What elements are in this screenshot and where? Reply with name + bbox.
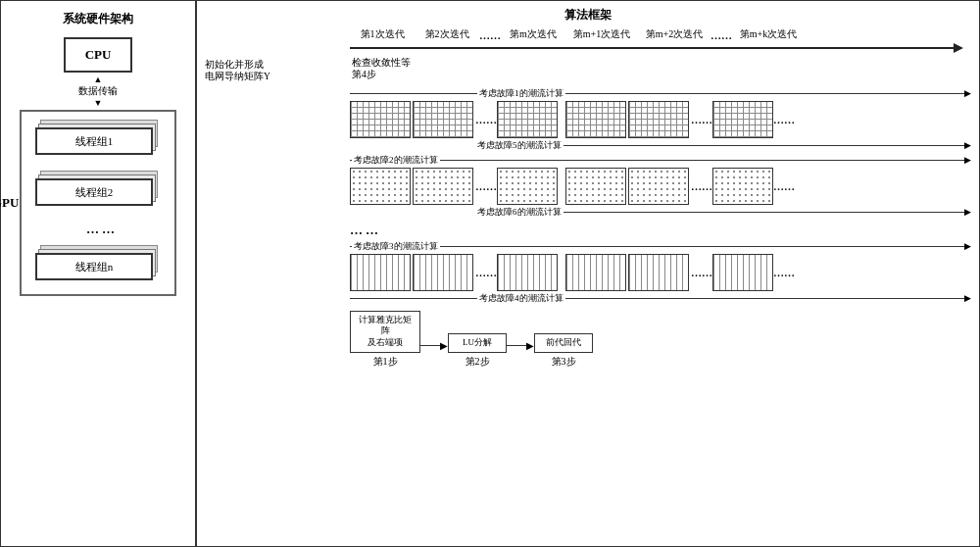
- gpu-section: GPU 线程组1 线程组2: [20, 110, 176, 296]
- iter-m-label: 第m次迭代: [501, 27, 565, 41]
- iter-m1-label: 第m+1次迭代: [565, 27, 638, 41]
- fault4-label: 考虑故障4的潮流计算: [479, 292, 564, 305]
- step3-area: 前代回代 第3步: [534, 333, 593, 369]
- iter-1-label: 第1次迭代: [350, 27, 415, 41]
- step2-label: 第2步: [466, 355, 490, 369]
- fault5-label: 考虑故障5的潮流计算: [477, 139, 562, 152]
- row2-dots3: ……: [773, 180, 795, 192]
- fault3-label: 考虑故障3的潮流计算: [354, 240, 438, 253]
- step1-area: 计算雅克比矩阵 及右端项 第1步: [350, 311, 420, 369]
- row3-dots3: ……: [773, 267, 795, 278]
- row1-dots3: ……: [773, 114, 795, 125]
- fault1-line-left: [350, 93, 477, 94]
- thread-group-2-box: 线程组2: [35, 178, 153, 206]
- bottom-steps-area: 计算雅克比矩阵 及右端项 第1步 ▶ LU分解 第2步: [205, 311, 971, 369]
- row2-dots1: ……: [475, 180, 497, 192]
- row3-cell-m1: [565, 254, 626, 291]
- step2-box: LU分解: [448, 333, 507, 353]
- left-panel: 系统硬件架构 CPU ▲ 数据传输 ▼ GPU 线程组1: [1, 1, 197, 546]
- fault2-label: 考虑故障2的潮流计算: [354, 154, 438, 167]
- up-arrow: ▲: [94, 75, 103, 84]
- row1-cell-m2: [628, 101, 689, 138]
- step1-label: 第1步: [373, 355, 398, 369]
- thread-group-n-box: 线程组n: [35, 253, 153, 280]
- row-1-area: 考虑故障1的潮流计算 ▶ …… ……: [205, 87, 971, 152]
- iter-header: 第1次迭代 第2次迭代 …… 第m次迭代 第m+1次迭代 第m+2次迭代 …… …: [350, 27, 971, 41]
- main-diagram: 初始化并形成 电网导纳矩阵Y 检查收敛性等 第4步 考虑故障1的潮流计算: [205, 59, 971, 540]
- gpu-label: GPU: [0, 195, 19, 211]
- main-arrow-row: [350, 41, 963, 53]
- row3-dots2: ……: [691, 267, 712, 278]
- thread-dots: ……: [35, 222, 169, 237]
- row1-cell-2: [413, 101, 473, 138]
- down-arrow: ▼: [94, 98, 103, 108]
- fault1-label: 考虑故障1的潮流计算: [479, 87, 564, 100]
- row2-cell-1: [350, 168, 411, 205]
- row3-cell-2: [413, 254, 473, 291]
- fault1-line-right: [565, 93, 965, 94]
- row2-cell-2: [413, 168, 473, 205]
- fault1-row: 考虑故障1的潮流计算 ▶: [350, 87, 971, 100]
- main-arrow-head: [954, 43, 963, 53]
- row3-dots1: ……: [475, 267, 497, 278]
- middle-dots: ……: [350, 223, 381, 238]
- cpu-box: CPU: [64, 37, 132, 73]
- step2-area: LU分解 第2步: [448, 333, 507, 369]
- fault6-arrow: ▶: [964, 207, 971, 217]
- fault3-arrow: ▶: [964, 241, 971, 251]
- row1-cell-1: [350, 101, 411, 138]
- row2-cell-m2: [628, 168, 689, 205]
- iter-2-label: 第2次迭代: [415, 27, 479, 41]
- cpu-label: CPU: [85, 47, 112, 63]
- thread-group-n-stack: 线程组n: [35, 245, 169, 288]
- step3-label: 第3步: [552, 355, 576, 369]
- step4-label: 第4步: [352, 69, 376, 81]
- fault6-label: 考虑故障6的潮流计算: [477, 206, 562, 219]
- thread-group-1-box: 线程组1: [35, 127, 153, 155]
- row1-cell-mk: [712, 101, 773, 138]
- fault5-row: 考虑故障5的潮流计算 ▶: [350, 139, 971, 152]
- row-2-cells: …… …… ……: [205, 168, 971, 205]
- data-transfer-label: 数据传输: [78, 84, 118, 98]
- right-panel: 算法框架 第1次迭代 第2次迭代 …… 第m次迭代 第m+1次迭代 第m+2次迭…: [197, 1, 979, 546]
- fault3-row: 考虑故障3的潮流计算 ▶: [350, 240, 971, 253]
- main-arrow-line: [350, 47, 954, 49]
- row2-cell-m1: [565, 168, 626, 205]
- row-3-cells: …… …… ……: [205, 254, 971, 291]
- fault6-row: 考虑故障6的潮流计算 ▶: [350, 206, 971, 219]
- row-2-area: 考虑故障2的潮流计算 ▶ …… …… ……: [205, 154, 971, 219]
- fault4-row: 考虑故障4的潮流计算 ▶: [350, 292, 971, 305]
- fault1-arrow: ▶: [964, 88, 971, 98]
- fault2-arrow: ▶: [964, 155, 971, 165]
- iter-mk-label: 第m+k次迭代: [732, 27, 805, 41]
- row-3-area: 考虑故障3的潮流计算 ▶ …… …… ……: [205, 240, 971, 305]
- init-row: 初始化并形成 电网导纳矩阵Y 检查收敛性等 第4步: [205, 59, 971, 83]
- left-title: 系统硬件架构: [63, 11, 133, 27]
- step3-box: 前代回代: [534, 333, 593, 353]
- fault5-arrow: ▶: [964, 140, 971, 150]
- row1-cell-m1: [565, 101, 626, 138]
- step1-to-step2-arrow: ▶: [420, 340, 448, 351]
- row1-dots2: ……: [691, 114, 712, 125]
- fault4-arrow: ▶: [964, 293, 971, 303]
- thread-group-1-stack: 线程组1: [35, 120, 169, 163]
- iter-dots-1: ……: [479, 29, 501, 41]
- thread-group-2-stack: 线程组2: [35, 171, 169, 214]
- row3-cell-m2: [628, 254, 689, 291]
- row2-dots2: ……: [691, 180, 712, 192]
- gpu-box: 线程组1 线程组2 …… 线: [20, 110, 176, 296]
- fault2-row: 考虑故障2的潮流计算 ▶: [350, 154, 971, 167]
- step2-to-step3-arrow: ▶: [507, 340, 534, 351]
- row1-cell-m: [497, 101, 558, 138]
- iter-m2-label: 第m+2次迭代: [638, 27, 710, 41]
- iter-dots-2: ……: [710, 29, 732, 41]
- row1-dots1: ……: [475, 114, 497, 125]
- step1-box: 计算雅克比矩阵 及右端项: [350, 311, 420, 353]
- row2-cell-m: [497, 168, 558, 205]
- step1-line2: 及右端项: [356, 337, 415, 349]
- row3-cell-1: [350, 254, 411, 291]
- step1-line1: 计算雅克比矩阵: [356, 315, 415, 337]
- middle-dots-row: ……: [205, 223, 971, 238]
- row3-cell-m: [497, 254, 558, 291]
- right-title: 算法框架: [205, 7, 971, 24]
